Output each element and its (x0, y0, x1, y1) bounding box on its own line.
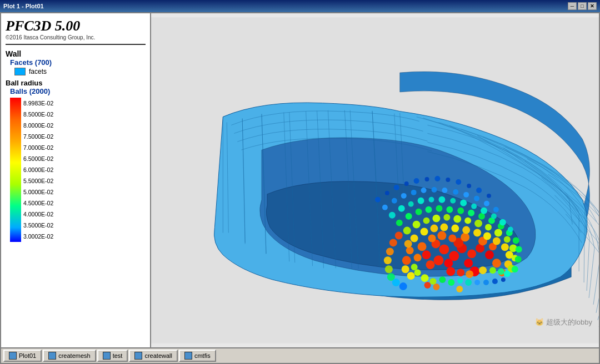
svg-point-38 (501, 243, 509, 251)
svg-point-131 (386, 247, 394, 255)
facet-color-swatch (14, 68, 26, 75)
color-label-2: 8.0000E-02 (23, 120, 53, 131)
svg-point-138 (433, 284, 439, 290)
svg-point-47 (443, 214, 450, 221)
close-button[interactable]: ✕ (588, 2, 597, 10)
svg-point-65 (446, 206, 453, 213)
svg-point-25 (492, 259, 501, 267)
svg-point-81 (418, 198, 424, 204)
svg-point-124 (457, 269, 464, 276)
color-label-11: 3.5000E-02 (23, 220, 53, 231)
svg-point-125 (466, 270, 473, 278)
svg-point-100 (453, 189, 458, 195)
color-label-5: 6.5000E-02 (23, 153, 53, 164)
svg-point-129 (504, 270, 511, 277)
svg-point-19 (437, 231, 446, 240)
svg-point-110 (404, 181, 409, 186)
taskbar-plot01[interactable]: Plot01 (3, 350, 42, 362)
svg-point-60 (396, 220, 403, 226)
svg-point-11 (433, 255, 443, 265)
svg-point-57 (414, 269, 421, 276)
3d-viewport[interactable]: 🐱 超级大的lobby (151, 13, 599, 347)
svg-point-29 (411, 235, 418, 242)
plot-icon (9, 352, 17, 360)
svg-point-2 (439, 244, 449, 254)
svg-point-62 (416, 209, 422, 215)
color-label-9: 4.5000E-02 (23, 198, 53, 209)
svg-point-52 (494, 229, 502, 237)
svg-point-51 (485, 224, 492, 231)
window-controls[interactable]: ─ □ ✕ (568, 2, 597, 10)
svg-point-48 (453, 215, 461, 223)
svg-point-21 (461, 233, 469, 242)
mesh-icon (48, 352, 56, 360)
svg-point-26 (406, 246, 414, 254)
svg-point-14 (446, 267, 455, 276)
svg-point-112 (425, 177, 429, 181)
svg-point-84 (450, 198, 456, 204)
taskbar-plot01-label: Plot01 (19, 352, 36, 359)
svg-point-66 (457, 208, 464, 214)
color-bar (10, 98, 21, 242)
app-logo-title: PFC3D 5.00 (6, 18, 146, 34)
svg-point-102 (474, 196, 479, 201)
svg-point-99 (442, 188, 447, 193)
watermark-text: 超级大的lobby (546, 318, 592, 326)
maximize-button[interactable]: □ (578, 2, 587, 10)
legend-wall-title: Wall (6, 49, 146, 58)
svg-point-132 (384, 256, 392, 264)
svg-point-96 (411, 190, 417, 195)
taskbar: Plot01 createmesh test createwall cmtfis (1, 347, 599, 363)
svg-point-36 (483, 232, 491, 240)
svg-point-27 (402, 256, 411, 265)
taskbar-cmtfis-label: cmtfis (194, 352, 211, 359)
taskbar-test[interactable]: test (97, 350, 128, 362)
svg-point-101 (463, 192, 469, 198)
svg-point-35 (473, 229, 481, 237)
main-window: PFC3D 5.00 ©2016 Itasca Consulting Group… (0, 12, 600, 364)
svg-point-31 (431, 225, 438, 232)
svg-point-63 (426, 206, 432, 213)
svg-point-42 (407, 272, 415, 280)
svg-point-77 (448, 279, 454, 286)
svg-point-106 (483, 280, 489, 285)
svg-point-89 (499, 219, 506, 226)
facet-item: facets (14, 68, 146, 75)
color-labels: 8.9983E-02 8.5000E-02 8.0000E-02 7.5000E… (23, 98, 53, 242)
left-panel: PFC3D 5.00 ©2016 Itasca Consulting Group… (1, 13, 151, 347)
svg-point-74 (515, 256, 522, 262)
taskbar-createmesh[interactable]: createmesh (43, 350, 96, 362)
svg-point-109 (394, 185, 399, 190)
app-logo-subtitle: ©2016 Itasca Consulting Group, Inc. (6, 34, 146, 41)
svg-point-50 (474, 220, 482, 228)
svg-point-46 (432, 215, 440, 223)
svg-point-87 (481, 208, 487, 214)
minimize-button[interactable]: ─ (568, 2, 577, 10)
svg-point-15 (485, 250, 494, 259)
svg-point-120 (501, 277, 506, 282)
svg-point-107 (375, 197, 381, 203)
color-label-12: 3.0002E-02 (23, 231, 53, 242)
svg-point-122 (404, 240, 412, 247)
taskbar-cmtfis[interactable]: cmtfis (179, 350, 216, 362)
svg-point-33 (451, 225, 459, 232)
svg-point-24 (414, 254, 422, 261)
cmtfis-icon (184, 352, 192, 360)
svg-point-75 (512, 266, 518, 272)
taskbar-createwall[interactable]: createwall (129, 350, 178, 362)
svg-point-121 (395, 232, 403, 240)
svg-point-82 (429, 197, 434, 203)
svg-point-61 (406, 213, 412, 220)
svg-point-123 (411, 264, 418, 270)
svg-point-105 (474, 280, 480, 285)
svg-point-34 (462, 226, 470, 234)
svg-point-113 (434, 176, 440, 181)
svg-point-58 (421, 274, 429, 282)
svg-point-6 (467, 249, 476, 258)
svg-point-90 (508, 227, 513, 232)
logo-area: PFC3D 5.00 ©2016 Itasca Consulting Group… (6, 18, 146, 45)
svg-point-126 (479, 266, 487, 274)
color-scale: 8.9983E-02 8.5000E-02 8.0000E-02 7.5000E… (10, 98, 146, 242)
svg-point-118 (487, 194, 491, 198)
svg-point-59 (430, 278, 437, 285)
